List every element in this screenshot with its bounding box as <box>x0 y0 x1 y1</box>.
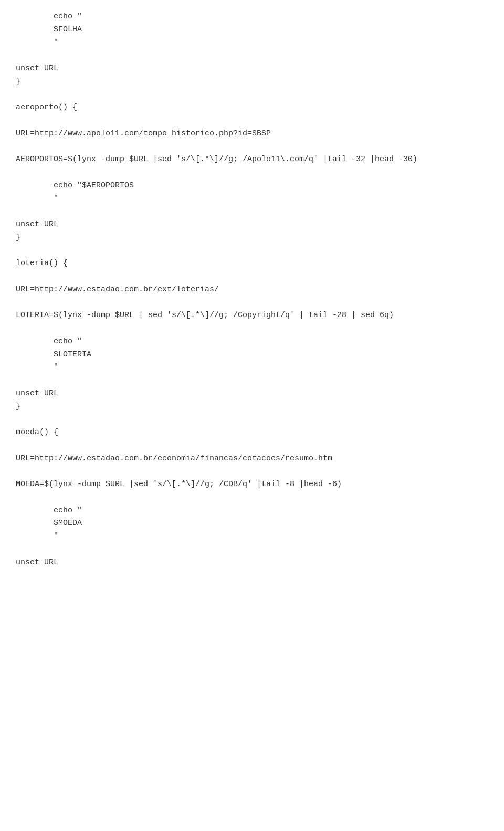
code-content: echo " $FOLHA " unset URL } aeroporto() … <box>16 10 488 569</box>
